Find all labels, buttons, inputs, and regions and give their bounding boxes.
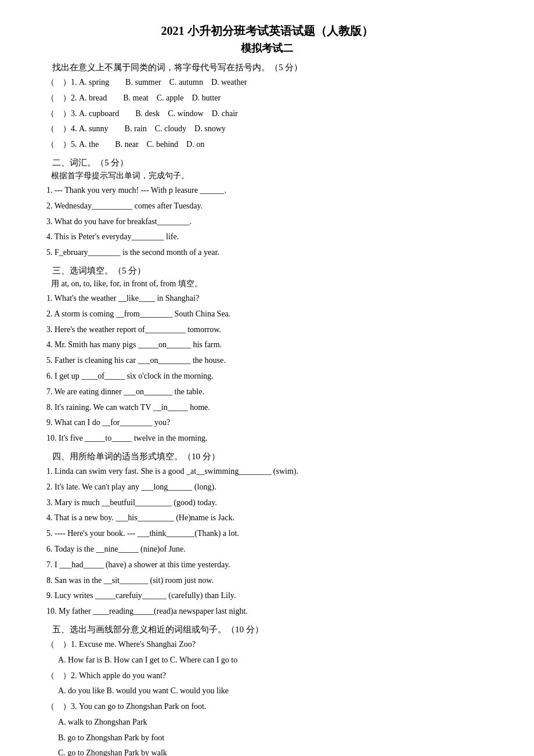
list-item: 5. F_ebruary________ is the second month… — [35, 246, 499, 260]
section4-header: 四、用所给单词的适当形式填空。（10 分） — [35, 451, 499, 462]
section3-header: 三、选词填空。（5 分） — [35, 265, 499, 276]
list-item: 4. Mr. Smith has many pigs _____on______… — [35, 338, 499, 352]
list-item: 3. What do you have for breakfast_______… — [35, 215, 499, 229]
list-item: 1. Linda can swim very fast. She is a go… — [35, 465, 499, 478]
section2-header: 二、词汇。（5 分） — [35, 157, 499, 168]
list-item: 6. I get up ____of_____ six o'clock in t… — [35, 369, 499, 383]
list-item: （ ）2. A. bread B. meat C. apple D. butte… — [35, 91, 499, 105]
list-item: 8. It's raining. We can watch TV __in___… — [35, 401, 499, 415]
list-item: 7. I ___had_____ (have) a shower at this… — [35, 558, 499, 572]
title-main: 2021 小升初分班考试英语试题（人教版） — [35, 23, 499, 39]
list-item: A. How far is B. How can I get to C. Whe… — [35, 653, 499, 667]
list-item: 8. San was in the __sit_______ (sit) roo… — [35, 574, 499, 588]
list-item: B. go to Zhongshan Park by foot — [35, 731, 499, 745]
list-item: 6. Today is the __nine_____ (nine)of Jun… — [35, 542, 499, 556]
section1-questions: （ ）1. A. spring B. summer C. autumn D. w… — [35, 75, 499, 152]
section3-instruction: 用 at, on, to, like, for, in front of, fr… — [35, 279, 499, 289]
title-section: 2021 小升初分班考试英语试题（人教版） 模拟考试二 — [35, 23, 499, 55]
section2-questions: 1. --- Thank you very much! --- With p l… — [35, 183, 499, 260]
list-item: 1. --- Thank you very much! --- With p l… — [35, 183, 499, 197]
list-item: 3. Mary is much __beutfuil_________ (goo… — [35, 496, 499, 510]
list-item: （ ）3. You can go to Zhongshan Park on fo… — [35, 700, 499, 714]
section3-questions: 1. What's the weather __like____ in Shan… — [35, 291, 499, 445]
list-item: （ ）5. A. the B. near C. behind D. on — [35, 138, 499, 152]
list-item: A. do you like B. would you want C. woul… — [35, 684, 499, 698]
list-item: 2. It's late. We can't play any ___long_… — [35, 480, 499, 494]
list-item: （ ）2. Which apple do you want? — [35, 669, 499, 683]
section4: 四、用所给单词的适当形式填空。（10 分） 1. Linda can swim … — [35, 451, 499, 618]
section5-questions: （ ）1. Excuse me. Where's Shanghai Zoo?A.… — [35, 638, 499, 756]
title-sub: 模拟考试二 — [35, 41, 499, 55]
list-item: 5. Father is cleaning his car ___on_____… — [35, 354, 499, 368]
section5: 五、选出与画线部分意义相近的词组或句子。（10 分） （ ）1. Excuse … — [35, 624, 499, 756]
list-item: 10. My father ____reading_____(read)a ne… — [35, 604, 499, 618]
list-item: 9. What can I do __for________ you? — [35, 416, 499, 430]
list-item: 4. That is a new boy. ___his_________ (H… — [35, 511, 499, 525]
list-item: （ ）1. Excuse me. Where's Shanghai Zoo? — [35, 638, 499, 651]
list-item: 5. ---- Here's your book. --- ___think__… — [35, 527, 499, 541]
list-item: 9. Lucy writes _____carefuiy______ (care… — [35, 589, 499, 603]
section1: 找出在意义上不属于同类的词，将字母代号写在括号内。（5 分） （ ）1. A. … — [35, 62, 499, 152]
section2: 二、词汇。（5 分） 根据首字母提示写出单词，完成句子。 1. --- Than… — [35, 157, 499, 260]
list-item: A. walk to Zhongshan Park — [35, 715, 499, 729]
list-item: 2. Wednesday__________ comes after Tuesd… — [35, 199, 499, 213]
list-item: C. go to Zhongshan Park by walk — [35, 746, 499, 756]
list-item: 10. It's five _____to_____ twelve in the… — [35, 431, 499, 445]
list-item: （ ）3. A. cupboard B. desk C. window D. c… — [35, 107, 499, 121]
list-item: 7. We are eating dinner ___on_______ the… — [35, 385, 499, 399]
list-item: 2. A storm is coming __from________ Sout… — [35, 307, 499, 321]
section5-header: 五、选出与画线部分意义相近的词组或句子。（10 分） — [35, 624, 499, 635]
section2-instruction: 根据首字母提示写出单词，完成句子。 — [35, 171, 499, 181]
list-item: 1. What's the weather __like____ in Shan… — [35, 291, 499, 305]
section1-header: 找出在意义上不属于同类的词，将字母代号写在括号内。（5 分） — [35, 62, 499, 73]
section4-questions: 1. Linda can swim very fast. She is a go… — [35, 465, 499, 618]
list-item: 3. Here's the weather report of_________… — [35, 323, 499, 337]
page-container: 2021 小升初分班考试英语试题（人教版） 模拟考试二 找出在意义上不属于同类的… — [35, 23, 499, 756]
section3: 三、选词填空。（5 分） 用 at, on, to, like, for, in… — [35, 265, 499, 445]
list-item: （ ）1. A. spring B. summer C. autumn D. w… — [35, 75, 499, 89]
list-item: 4. This is Peter's everyday________ life… — [35, 230, 499, 244]
list-item: （ ）4. A. sunny B. rain C. cloudy D. snow… — [35, 122, 499, 136]
